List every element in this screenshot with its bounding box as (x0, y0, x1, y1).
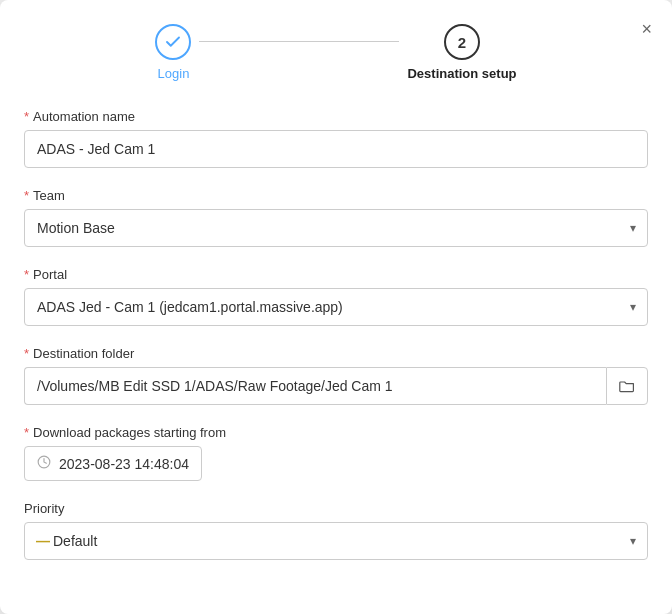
step1-label: Login (158, 66, 190, 81)
portal-label: * Portal (24, 267, 648, 282)
portal-select[interactable]: ADAS Jed - Cam 1 (jedcam1.portal.massive… (24, 288, 648, 326)
close-button[interactable]: × (637, 16, 656, 42)
portal-group: * Portal ADAS Jed - Cam 1 (jedcam1.porta… (24, 267, 648, 326)
required-star-1: * (24, 109, 29, 124)
priority-select-wrapper: Default — ▾ (24, 522, 648, 560)
form: * Automation name * Team Motion Base ▾ *… (24, 109, 648, 560)
automation-name-label: * Automation name (24, 109, 648, 124)
dialog: × Login 2 Destination setup * (0, 0, 672, 614)
team-select-wrapper: Motion Base ▾ (24, 209, 648, 247)
team-select[interactable]: Motion Base (24, 209, 648, 247)
download-packages-group: * Download packages starting from 2023-0… (24, 425, 648, 481)
destination-folder-label: * Destination folder (24, 346, 648, 361)
required-star-4: * (24, 346, 29, 361)
priority-label: Priority (24, 501, 648, 516)
priority-group: Priority Default — ▾ (24, 501, 648, 560)
team-group: * Team Motion Base ▾ (24, 188, 648, 247)
destination-folder-group: * Destination folder (24, 346, 648, 405)
required-star-2: * (24, 188, 29, 203)
destination-folder-input[interactable] (24, 367, 606, 405)
automation-name-input[interactable] (24, 130, 648, 168)
priority-select[interactable]: Default (24, 522, 648, 560)
destination-folder-row (24, 367, 648, 405)
folder-icon (619, 378, 635, 394)
datetime-input[interactable]: 2023-08-23 14:48:04 (24, 446, 202, 481)
step2-label: Destination setup (407, 66, 516, 81)
portal-select-wrapper: ADAS Jed - Cam 1 (jedcam1.portal.massive… (24, 288, 648, 326)
step-connector (199, 41, 399, 42)
step1-circle (155, 24, 191, 60)
stepper: Login 2 Destination setup (24, 24, 648, 81)
required-star-5: * (24, 425, 29, 440)
required-star-3: * (24, 267, 29, 282)
download-packages-label: * Download packages starting from (24, 425, 648, 440)
step2-circle: 2 (444, 24, 480, 60)
clock-icon (37, 455, 51, 472)
automation-name-group: * Automation name (24, 109, 648, 168)
datetime-value: 2023-08-23 14:48:04 (59, 456, 189, 472)
step-destination: 2 Destination setup (407, 24, 516, 81)
step-login: Login (155, 24, 191, 81)
team-label: * Team (24, 188, 648, 203)
folder-browse-button[interactable] (606, 367, 648, 405)
